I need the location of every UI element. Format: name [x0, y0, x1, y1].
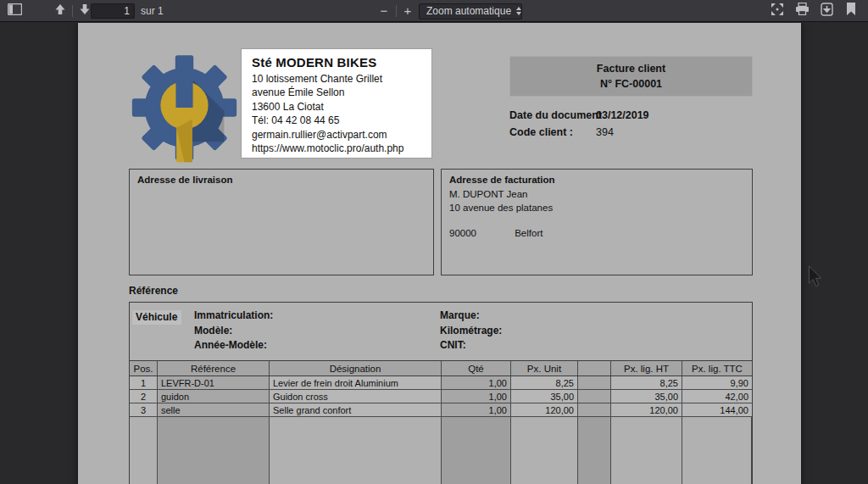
client-code-value: 394	[596, 126, 614, 138]
col-header-reference: Référence	[158, 361, 270, 376]
vehicle-info-section: Véhicule Immatriculation: Modèle: Année-…	[130, 303, 752, 361]
vehicle-marque-label: Marque:	[440, 309, 502, 324]
cell-designation: Guidon cross	[270, 390, 442, 403]
billing-address-box: Adresse de facturation M. DUPONT Jean 10…	[441, 169, 753, 275]
company-email: germain.rullier@activpart.com	[252, 128, 431, 142]
vehicle-kilometrage-label: Kilométrage:	[440, 324, 502, 339]
col-header-blank	[578, 361, 611, 376]
cell-blank	[578, 403, 611, 416]
invoice-title: Facture client	[597, 63, 665, 75]
cell-qte: 1,00	[442, 403, 511, 416]
cell-reference: selle	[158, 403, 270, 416]
company-name: Sté MODERN BIKES	[252, 55, 431, 70]
mouse-cursor	[808, 265, 823, 292]
print-button[interactable]	[792, 2, 812, 20]
previous-page-button[interactable]	[50, 2, 70, 20]
client-code-label: Code client :	[509, 126, 573, 138]
company-url: https://www.motoclic.pro/auth.php	[252, 142, 431, 155]
sidebar-icon	[8, 3, 22, 19]
vehicle-chip: Véhicule	[132, 310, 181, 325]
pdf-viewer-canvas-area[interactable]: Sté MODERN BIKES 10 lotissement Chante G…	[0, 23, 868, 484]
download-button[interactable]	[816, 2, 837, 20]
cell-blank	[578, 376, 611, 389]
col-header-px-unit: Px. Unit	[511, 361, 578, 376]
printer-icon	[795, 3, 810, 19]
billing-postal-code: 90000	[449, 228, 476, 238]
billing-address-title: Adresse de facturation	[449, 175, 744, 185]
page-number-input[interactable]	[91, 3, 135, 19]
cell-designation: Levier de frein droit Aluminium	[270, 376, 442, 389]
document-date-value: 03/12/2019	[596, 109, 649, 121]
billing-city-row: 90000 Belfort	[449, 228, 744, 238]
invoice-number: N° FC-00001	[600, 78, 662, 90]
pdf-viewer-window: sur 1 − + Zoom automatique	[0, 0, 868, 484]
company-phone: Tél: 04 42 08 44 65	[252, 114, 431, 127]
reference-section-label: Référence	[129, 285, 178, 297]
cell-px-lig-ttc: 144,00	[682, 403, 752, 416]
zoom-select-value: Zoom automatique	[426, 5, 511, 17]
cell-blank	[158, 417, 270, 484]
page-count-label: sur 1	[141, 0, 164, 22]
cell-px-unit: 35,00	[511, 390, 578, 403]
zoom-level-select[interactable]: Zoom automatique	[419, 3, 522, 19]
toggle-sidebar-button[interactable]	[4, 2, 25, 20]
company-address-line: 13600 La Ciotat	[252, 100, 431, 114]
billing-name: M. DUPONT Jean	[449, 187, 744, 201]
minus-icon: −	[381, 4, 388, 17]
invoice-title-box: Facture client N° FC-00001	[509, 56, 753, 97]
zoom-in-button[interactable]: +	[398, 2, 418, 20]
cell-px-unit: 120,00	[511, 403, 578, 416]
vehicle-cnit-label: CNIT:	[440, 338, 502, 353]
cell-px-lig-ttc: 42,00	[682, 390, 752, 403]
table-empty-area	[130, 417, 752, 484]
cell-px-lig-ttc: 9,90	[682, 376, 752, 389]
bookmark-icon	[846, 3, 856, 19]
toolbar-separator	[396, 5, 397, 17]
vehicle-immatriculation-label: Immatriculation:	[194, 309, 273, 324]
cell-qte: 1,00	[442, 376, 511, 389]
cell-blank	[270, 417, 442, 484]
arrow-up-icon	[54, 3, 66, 19]
shipping-address-box: Adresse de livraison	[129, 169, 434, 275]
arrow-down-icon	[79, 3, 91, 19]
cell-blank	[578, 417, 611, 484]
download-icon	[821, 3, 833, 19]
cell-px-lig-ht: 8,25	[611, 376, 682, 389]
table-row: 3 selle Selle grand confort 1,00 120,00 …	[130, 403, 752, 417]
vehicle-annee-modele-label: Année-Modèle:	[194, 338, 273, 353]
company-logo	[127, 51, 242, 164]
col-header-designation: Désignation	[270, 361, 442, 376]
cell-pos: 3	[130, 403, 158, 416]
cell-blank	[442, 417, 511, 484]
billing-city: Belfort	[515, 228, 542, 238]
cell-blank	[611, 417, 682, 484]
cell-px-lig-ht: 35,00	[611, 390, 682, 403]
vehicle-modele-label: Modèle:	[194, 324, 273, 339]
cell-px-lig-ht: 120,00	[611, 403, 682, 416]
plus-icon: +	[404, 4, 412, 17]
table-row: 1 LEVFR-D-01 Levier de frein droit Alumi…	[130, 376, 752, 390]
company-info-card: Sté MODERN BIKES 10 lotissement Chante G…	[241, 48, 432, 159]
pdf-toolbar: sur 1 − + Zoom automatique	[0, 0, 868, 22]
cell-qte: 1,00	[442, 390, 511, 403]
cell-reference: LEVFR-D-01	[158, 376, 270, 389]
invoice-page: Sté MODERN BIKES 10 lotissement Chante G…	[78, 23, 801, 484]
shipping-address-title: Adresse de livraison	[137, 175, 426, 185]
table-row: 2 guidon Guidon cross 1,00 35,00 35,00 4…	[130, 390, 752, 403]
presentation-mode-button[interactable]	[767, 2, 787, 20]
zoom-out-button[interactable]: −	[374, 2, 394, 20]
cell-blank	[130, 417, 158, 484]
chevron-updown-icon	[516, 7, 521, 15]
vehicle-labels-left: Immatriculation: Modèle: Année-Modèle:	[194, 309, 273, 353]
cell-pos: 2	[130, 390, 158, 403]
document-date-label: Date du document	[509, 109, 602, 121]
bookmark-current-view-button[interactable]	[841, 2, 861, 20]
billing-street: 10 avenue des platanes	[449, 201, 744, 214]
toolbar-separator	[72, 5, 73, 17]
reference-table-box: Véhicule Immatriculation: Modèle: Année-…	[129, 302, 753, 484]
cell-pos: 1	[130, 376, 158, 389]
company-address-line: avenue Émile Sellon	[252, 86, 431, 99]
cell-designation: Selle grand confort	[270, 403, 442, 416]
company-address-line: 10 lotissement Chante Grillet	[252, 72, 431, 86]
cell-blank	[682, 417, 752, 484]
